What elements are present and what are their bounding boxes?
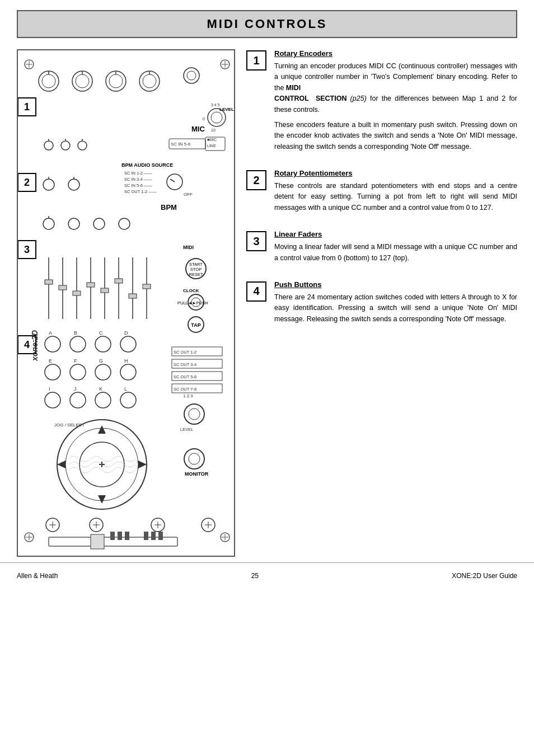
- diagram-panel: 1 2 3 4: [17, 49, 235, 557]
- svg-text:4: 4: [24, 339, 30, 350]
- section-1-para-1: Turning an encoder produces MIDI CC (con…: [274, 61, 517, 115]
- section-2-title: Rotary Potentiometers: [274, 169, 517, 177]
- svg-text:K: K: [99, 386, 102, 392]
- section-4-title: Push Buttons: [274, 280, 517, 289]
- svg-rect-69: [73, 291, 81, 295]
- section-4-number: 4: [246, 281, 266, 302]
- svg-text:D: D: [124, 330, 128, 336]
- svg-rect-71: [101, 288, 109, 293]
- svg-rect-70: [87, 283, 95, 287]
- svg-text:I: I: [49, 386, 50, 392]
- section-2-number: 2: [246, 170, 266, 190]
- svg-text:PULL◄►PUSH: PULL◄►PUSH: [177, 300, 208, 306]
- svg-text:L: L: [124, 386, 127, 392]
- svg-rect-67: [45, 280, 53, 284]
- section-3-linear-faders: 3 Linear Faders Moving a linear fader wi…: [246, 230, 517, 268]
- svg-text:SC OUT 7-8: SC OUT 7-8: [174, 387, 196, 392]
- section-1-text: Rotary Encoders Turning an encoder produ…: [274, 49, 517, 157]
- svg-text:BPM: BPM: [161, 203, 177, 212]
- svg-text:SC IN 5-6: SC IN 5-6: [171, 142, 191, 147]
- section-3-title: Linear Faders: [274, 230, 517, 238]
- page-title: MIDI CONTROLS: [29, 17, 505, 31]
- section-2-rotary-pots: 2 Rotary Potentiometers These controls a…: [246, 169, 517, 218]
- section-2-text: Rotary Potentiometers These controls are…: [274, 169, 517, 218]
- svg-text:3: 3: [24, 244, 30, 255]
- footer-center: 25: [251, 572, 259, 580]
- svg-text:0: 0: [203, 117, 205, 121]
- svg-text:E: E: [49, 358, 52, 364]
- svg-text:2: 2: [24, 177, 30, 188]
- svg-rect-148: [110, 532, 115, 540]
- section-4-para-1: There are 24 momentary action switches c…: [274, 292, 517, 325]
- page-footer: Allen & Heath 25 XONE:2D User Guide: [0, 562, 534, 585]
- section-1-title: Rotary Encoders: [274, 49, 517, 58]
- svg-text:STOP: STOP: [190, 267, 202, 272]
- footer-left: Allen & Heath: [17, 572, 58, 580]
- svg-rect-152: [151, 532, 156, 540]
- svg-text:SC OUT 3-4: SC OUT 3-4: [174, 362, 196, 367]
- mixer-diagram: 1 2 3 4: [18, 50, 235, 554]
- svg-rect-72: [115, 279, 123, 283]
- svg-text:BPM AUDIO SOURCE: BPM AUDIO SOURCE: [121, 162, 173, 168]
- svg-rect-150: [125, 532, 129, 540]
- svg-text:F: F: [74, 358, 77, 364]
- svg-rect-68: [59, 285, 67, 290]
- svg-text:■MIC: ■MIC: [207, 138, 217, 142]
- svg-text:CLOCK: CLOCK: [183, 288, 199, 293]
- svg-text:SC OUT 1-2: SC OUT 1-2: [174, 350, 196, 355]
- svg-text:J: J: [74, 386, 77, 392]
- svg-text:1  2  3: 1 2 3: [183, 393, 193, 398]
- svg-text:LEVEL: LEVEL: [219, 107, 234, 112]
- svg-text:LEVEL: LEVEL: [180, 427, 193, 432]
- svg-rect-149: [118, 532, 122, 540]
- svg-rect-73: [129, 294, 137, 298]
- section-4-text: Push Buttons There are 24 momentary acti…: [274, 280, 517, 329]
- svg-text:A: A: [49, 330, 52, 336]
- svg-text:START: START: [189, 262, 203, 267]
- svg-text:10: 10: [211, 128, 216, 132]
- svg-text:xone:2D: xone:2D: [30, 330, 39, 361]
- svg-text:TAP: TAP: [191, 322, 200, 328]
- section-2-para-1: These controls are standard potentiomete…: [274, 181, 517, 213]
- svg-text:1: 1: [24, 101, 30, 112]
- svg-text:3  4  5: 3 4 5: [211, 103, 220, 107]
- descriptions-panel: 1 Rotary Encoders Turning an encoder pro…: [246, 49, 517, 557]
- svg-text:SC OUT 1-2 ——: SC OUT 1-2 ——: [124, 189, 157, 194]
- svg-text:LINE: LINE: [207, 144, 216, 148]
- section-4-push-buttons: 4 Push Buttons There are 24 momentary ac…: [246, 280, 517, 329]
- footer-right: XONE:2D User Guide: [452, 572, 517, 580]
- svg-text:C: C: [99, 330, 103, 336]
- svg-text:H: H: [124, 358, 128, 364]
- svg-text:MIC: MIC: [191, 125, 205, 133]
- svg-text:OFF: OFF: [184, 192, 193, 197]
- section-3-text: Linear Faders Moving a linear fader will…: [274, 230, 517, 268]
- svg-rect-74: [143, 284, 151, 289]
- svg-text:SC IN 3-4 ——: SC IN 3-4 ——: [124, 177, 153, 182]
- section-1-para-2: These encoders feature a built in moment…: [274, 120, 517, 152]
- section-3-para-1: Moving a linear fader will send a MIDI m…: [274, 242, 517, 264]
- svg-text:MIDI: MIDI: [183, 245, 194, 250]
- page-header: MIDI CONTROLS: [17, 10, 517, 38]
- svg-rect-155: [91, 534, 104, 549]
- svg-text:B: B: [74, 330, 77, 336]
- svg-text:RESET: RESET: [189, 272, 203, 277]
- svg-rect-151: [144, 532, 148, 540]
- section-1-rotary-encoders: 1 Rotary Encoders Turning an encoder pro…: [246, 49, 517, 157]
- section-3-number: 3: [246, 231, 266, 251]
- svg-text:SC IN 5-6 ——: SC IN 5-6 ——: [124, 183, 153, 188]
- svg-text:SC OUT 5-6: SC OUT 5-6: [174, 374, 196, 379]
- svg-text:G: G: [99, 358, 103, 364]
- section-1-number: 1: [246, 50, 266, 71]
- svg-text:SC IN 1-2 ——: SC IN 1-2 ——: [124, 171, 153, 176]
- svg-rect-153: [158, 532, 163, 540]
- svg-text:MONITOR: MONITOR: [185, 471, 209, 477]
